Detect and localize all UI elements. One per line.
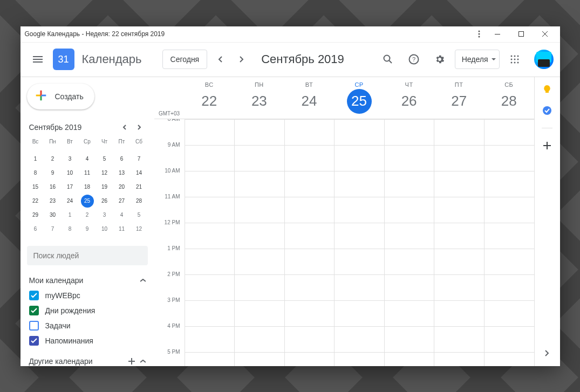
hour-grid[interactable]: 8 AM7–8AM9 AM10 AM11 AM12 PM1 PM2 PM3 PM… xyxy=(154,119,534,366)
other-calendars-header[interactable]: Другие календари xyxy=(27,354,148,366)
mini-day[interactable]: 11 xyxy=(115,223,128,236)
today-button[interactable]: Сегодня xyxy=(162,50,208,69)
hour-cell[interactable] xyxy=(484,197,534,223)
hour-cell[interactable] xyxy=(334,223,384,249)
hour-cell[interactable] xyxy=(384,197,434,223)
day-number[interactable]: 22 xyxy=(197,89,222,114)
hour-cell[interactable] xyxy=(484,327,534,352)
hour-cell[interactable] xyxy=(434,146,484,171)
hour-cell[interactable] xyxy=(384,223,434,249)
settings-icon[interactable] xyxy=(429,49,451,70)
mini-day[interactable]: 19 xyxy=(98,181,111,194)
day-header[interactable]: ВС22 xyxy=(185,77,235,119)
more-vertical-icon[interactable] xyxy=(472,30,487,38)
mini-day[interactable]: 4 xyxy=(81,153,94,166)
day-number[interactable]: 26 xyxy=(397,89,421,114)
mini-day[interactable]: 1 xyxy=(64,209,77,222)
close-button[interactable] xyxy=(534,27,556,41)
day-number[interactable]: 23 xyxy=(247,89,271,114)
hour-cell[interactable] xyxy=(284,327,335,352)
hour-cell[interactable] xyxy=(334,146,384,171)
hour-cell[interactable] xyxy=(434,275,484,300)
hour-cell[interactable] xyxy=(234,353,284,366)
hour-cell[interactable] xyxy=(484,171,534,197)
hour-cell[interactable] xyxy=(434,249,484,274)
mini-day[interactable]: 7 xyxy=(133,153,146,166)
add-other-cal-icon[interactable] xyxy=(128,358,135,365)
next-week-button[interactable] xyxy=(233,51,250,68)
hour-cell[interactable] xyxy=(234,301,284,326)
hour-cell[interactable] xyxy=(484,301,534,326)
day-number[interactable]: 24 xyxy=(297,89,322,114)
hour-cell[interactable] xyxy=(185,275,235,300)
minimize-button[interactable] xyxy=(487,27,508,41)
mini-day[interactable]: 23 xyxy=(46,195,59,208)
hour-cell[interactable] xyxy=(234,146,284,171)
menu-icon[interactable] xyxy=(27,49,49,70)
calendar-checkbox[interactable] xyxy=(29,336,39,346)
hour-cell[interactable] xyxy=(234,223,284,249)
my-calendars-header[interactable]: Мои календари xyxy=(27,273,148,288)
hour-cell[interactable] xyxy=(384,275,434,300)
mini-day[interactable]: 24 xyxy=(64,195,77,208)
mini-day[interactable]: 2 xyxy=(46,153,59,166)
hour-cell[interactable] xyxy=(185,146,235,171)
hour-cell[interactable] xyxy=(384,249,434,274)
mini-day[interactable]: 11 xyxy=(81,167,94,180)
hour-cell[interactable] xyxy=(334,275,384,300)
hour-cell[interactable] xyxy=(185,301,235,326)
hour-cell[interactable] xyxy=(434,171,484,197)
hour-cell[interactable] xyxy=(334,120,384,145)
hour-cell[interactable] xyxy=(384,146,434,171)
mini-prev-button[interactable] xyxy=(119,121,131,133)
day-header[interactable]: СР25 xyxy=(334,77,384,119)
calendar-checkbox[interactable] xyxy=(29,306,39,315)
mini-day[interactable]: 6 xyxy=(29,223,42,236)
mini-next-button[interactable] xyxy=(134,121,146,133)
hour-cell[interactable] xyxy=(484,249,534,274)
hour-cell[interactable] xyxy=(384,120,434,145)
mini-day[interactable]: 26 xyxy=(98,195,111,208)
hour-cell[interactable] xyxy=(284,223,335,249)
hour-cell[interactable] xyxy=(234,197,284,223)
view-selector[interactable]: Неделя xyxy=(455,50,500,69)
day-header[interactable]: ЧТ26 xyxy=(384,77,434,119)
search-people-input[interactable] xyxy=(27,246,148,265)
hour-cell[interactable] xyxy=(234,249,284,274)
maximize-button[interactable] xyxy=(510,27,532,41)
hour-cell[interactable] xyxy=(484,120,534,145)
hour-cell[interactable] xyxy=(434,353,484,366)
hour-cell[interactable] xyxy=(384,171,434,197)
mini-day[interactable]: 21 xyxy=(133,181,146,194)
tasks-icon[interactable] xyxy=(542,105,552,116)
calendar-checkbox[interactable] xyxy=(29,321,39,331)
add-addon-icon[interactable] xyxy=(542,140,552,151)
hour-cell[interactable] xyxy=(284,146,335,171)
hour-cell[interactable]: 7–8AM xyxy=(234,120,284,145)
mini-day[interactable]: 22 xyxy=(29,195,42,208)
mini-day[interactable]: 30 xyxy=(46,209,59,222)
keep-icon[interactable] xyxy=(542,85,552,95)
mini-day[interactable]: 8 xyxy=(64,223,77,236)
day-header[interactable]: СБ28 xyxy=(484,77,534,119)
mini-day[interactable]: 29 xyxy=(29,209,42,222)
hour-cell[interactable] xyxy=(434,223,484,249)
hour-cell[interactable] xyxy=(484,275,534,300)
mini-day[interactable]: 2 xyxy=(81,209,94,222)
hour-cell[interactable] xyxy=(185,171,235,197)
day-header[interactable]: ВТ24 xyxy=(284,77,335,119)
hour-cell[interactable] xyxy=(284,171,335,197)
hour-cell[interactable] xyxy=(284,120,335,145)
mini-day[interactable]: 4 xyxy=(115,209,128,222)
mini-day[interactable]: 1 xyxy=(29,153,42,166)
hour-cell[interactable] xyxy=(185,353,235,366)
search-icon[interactable] xyxy=(377,49,399,70)
day-header[interactable]: ПТ27 xyxy=(434,77,484,119)
hour-cell[interactable] xyxy=(284,249,335,274)
mini-day[interactable]: 10 xyxy=(98,223,111,236)
hour-cell[interactable] xyxy=(384,353,434,366)
day-header[interactable]: ПН23 xyxy=(234,77,284,119)
mini-day[interactable]: 17 xyxy=(64,181,77,194)
collapse-panel-icon[interactable] xyxy=(545,349,549,359)
create-button[interactable]: Создать xyxy=(27,84,94,109)
